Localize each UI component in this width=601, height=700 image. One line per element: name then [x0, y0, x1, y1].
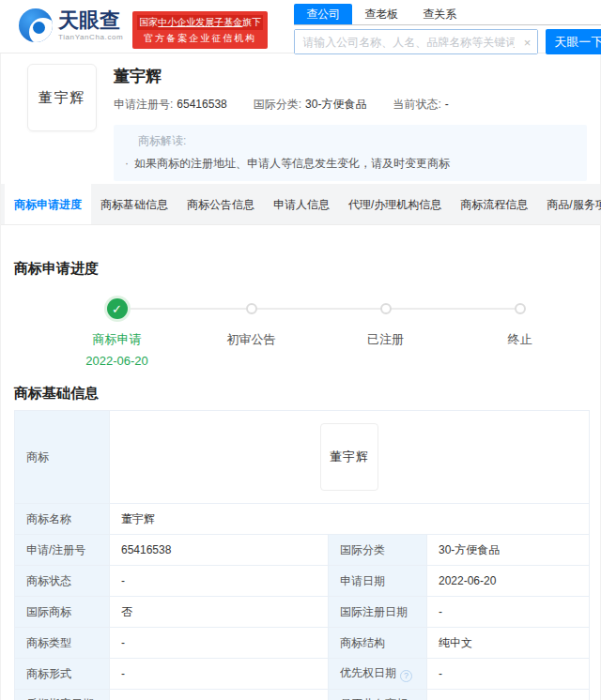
- cell-value: 否: [110, 597, 329, 628]
- meta-label: 当前状态:: [393, 98, 440, 111]
- tab-applicant-info[interactable]: 申请人信息: [264, 184, 339, 224]
- meta-value: 65416538: [177, 98, 226, 111]
- progress-steps: ✓ 商标申请 2022-06-20 初审公告 已注册 终止: [50, 297, 587, 368]
- cell-value: 65416538: [110, 535, 329, 566]
- table-row: 商标类型 - 商标结构 纯中文: [15, 628, 590, 659]
- step-label: 初审公告: [227, 331, 276, 348]
- search-input[interactable]: [295, 30, 537, 53]
- step-node-area: ✓: [107, 297, 128, 320]
- tab-agency-info[interactable]: 代理/办理机构信息: [339, 184, 451, 224]
- trademark-image[interactable]: 董宇辉: [27, 64, 97, 131]
- cell-label: 商标: [15, 411, 110, 504]
- main-content: 商标申请进度 ✓ 商标申请 2022-06-20 初审公告 已注册: [1, 260, 600, 700]
- check-icon: ✓: [112, 302, 122, 316]
- cell-value: 董宇辉: [110, 504, 590, 535]
- cell-label: 国际商标: [15, 597, 110, 628]
- badge-line1-underlined: 中小企业发展子基金: [158, 17, 242, 27]
- page-title: 董宇辉: [114, 66, 587, 87]
- step-label: 终止: [508, 331, 532, 348]
- cell-label: 申请日期: [329, 566, 427, 597]
- site-header: 天眼查 TianYanCha.com 国家中小企业发展子基金旗下 官方备案企业征…: [0, 0, 601, 53]
- tab-basic-info[interactable]: 商标基础信息: [91, 184, 177, 224]
- search-tab-company[interactable]: 查公司: [294, 4, 352, 24]
- cell-value: 否: [427, 690, 590, 700]
- trademark-image[interactable]: 董宇辉: [320, 423, 378, 491]
- table-row: 商标形式 - 优先权日期? -: [15, 659, 590, 690]
- step-label: 已注册: [367, 331, 404, 348]
- tianyancha-logo[interactable]: 天眼查 TianYanCha.com: [19, 8, 123, 42]
- basic-info-table: 商标 董宇辉 商标名称 董宇辉 申请/注册号 65416538 国际分类 30-…: [14, 410, 590, 700]
- step-registered: 已注册: [318, 297, 453, 368]
- cell-label: 商标名称: [15, 504, 110, 535]
- meta-value: -: [445, 98, 449, 111]
- progress-stepper: ✓ 商标申请 2022-06-20 初审公告 已注册 终止: [50, 297, 587, 368]
- trademark-notice-panel: 商标解读: ·如果商标的注册地址、申请人等信息发生变化，请及时变更商标: [114, 125, 587, 181]
- step-application: ✓ 商标申请 2022-06-20: [50, 297, 184, 368]
- table-row: 申请/注册号 65416538 国际分类 30-方便食品: [15, 535, 590, 566]
- cell-label: 商标结构: [329, 628, 427, 659]
- search-button[interactable]: 天眼一下: [546, 29, 601, 54]
- cell-value: -: [427, 659, 590, 690]
- badge-line1-post: 旗下: [242, 17, 261, 27]
- table-row: 商标 董宇辉: [15, 411, 590, 504]
- table-row: 商标状态 - 申请日期 2022-06-20: [15, 566, 590, 597]
- meta-label: 申请注册号:: [114, 98, 173, 111]
- search-tab-relation[interactable]: 查关系: [410, 4, 469, 24]
- cell-label-text: 优先权日期: [340, 666, 396, 679]
- notice-title: 商标解读:: [138, 133, 576, 149]
- summary-meta: 申请注册号:65416538 国际分类:30-方便食品 当前状态:-: [114, 97, 587, 113]
- step-node-area: [380, 297, 392, 320]
- trademark-image-text: 董宇辉: [39, 89, 86, 107]
- notice-text: 如果商标的注册地址、申请人等信息发生变化，请及时变更商标: [134, 157, 450, 170]
- meta-intl-class: 国际分类:30-方便食品: [254, 97, 367, 113]
- search-tab-boss[interactable]: 查老板: [352, 4, 410, 24]
- meta-current-status: 当前状态:-: [393, 97, 448, 113]
- badge-line1: 国家中小企业发展子基金旗下: [137, 15, 263, 30]
- certification-badge: 国家中小企业发展子基金旗下 官方备案企业征信机构: [132, 11, 268, 49]
- cell-value: 2022-06-20: [427, 566, 590, 597]
- step-terminated: 终止: [453, 297, 587, 368]
- tab-announcement-info[interactable]: 商标公告信息: [177, 184, 264, 224]
- pending-circle-icon: [246, 303, 257, 314]
- cell-value: -: [110, 659, 329, 690]
- step-preliminary-announcement: 初审公告: [184, 297, 318, 368]
- cell-value: -: [110, 690, 329, 700]
- cell-value: 纯中文: [427, 628, 590, 659]
- tab-application-progress[interactable]: 商标申请进度: [5, 184, 91, 224]
- meta-reg-number: 申请注册号:65416538: [114, 97, 227, 113]
- cell-label: 是否共有商标?: [329, 690, 427, 700]
- notice-line: ·如果商标的注册地址、申请人等信息发生变化，请及时变更商标: [121, 156, 576, 172]
- cell-value: -: [110, 628, 329, 659]
- brand-name: 天眼查: [58, 10, 123, 31]
- cell-trademark-image: 董宇辉: [110, 411, 590, 504]
- tianyancha-eye-icon: [19, 8, 53, 42]
- table-row: 商标名称 董宇辉: [15, 504, 590, 535]
- step-date: 2022-06-20: [85, 354, 148, 368]
- cell-value: 30-方便食品: [427, 535, 590, 566]
- progress-section-title: 商标申请进度: [14, 260, 587, 278]
- brand-domain: TianYanCha.com: [58, 33, 123, 41]
- pending-circle-icon: [515, 303, 526, 314]
- clear-icon[interactable]: ×: [524, 36, 532, 48]
- tab-process-info[interactable]: 商标流程信息: [451, 184, 537, 224]
- summary-main: 董宇辉 申请注册号:65416538 国际分类:30-方便食品 当前状态:- 商…: [114, 64, 587, 184]
- cell-label: 优先权日期?: [329, 659, 427, 690]
- cell-label: 商标形式: [15, 659, 110, 690]
- bullet-icon: ·: [125, 157, 129, 170]
- basic-info-section-title: 商标基础信息: [14, 385, 587, 403]
- table-row: 后期指定日期? - 是否共有商标? 否: [15, 690, 590, 700]
- trademark-image-text: 董宇辉: [330, 449, 369, 465]
- cell-label: 商标状态: [15, 566, 110, 597]
- table-row: 国际商标 否 国际注册日期 -: [15, 597, 590, 628]
- pending-circle-icon: [380, 303, 392, 314]
- tab-goods-services[interactable]: 商品/服务项目: [537, 184, 601, 224]
- logo-text: 天眼查 TianYanCha.com: [58, 10, 123, 41]
- cell-label: 申请/注册号: [15, 535, 110, 566]
- help-icon[interactable]: ?: [400, 670, 412, 682]
- meta-value: 30-方便食品: [305, 98, 366, 111]
- trademark-summary: 董宇辉 董宇辉 申请注册号:65416538 国际分类:30-方便食品 当前状态…: [1, 53, 600, 184]
- badge-line2: 官方备案企业征信机构: [137, 32, 263, 45]
- cell-value: -: [427, 597, 590, 628]
- cell-label: 商标类型: [15, 628, 110, 659]
- cell-label: 国际注册日期: [329, 597, 427, 628]
